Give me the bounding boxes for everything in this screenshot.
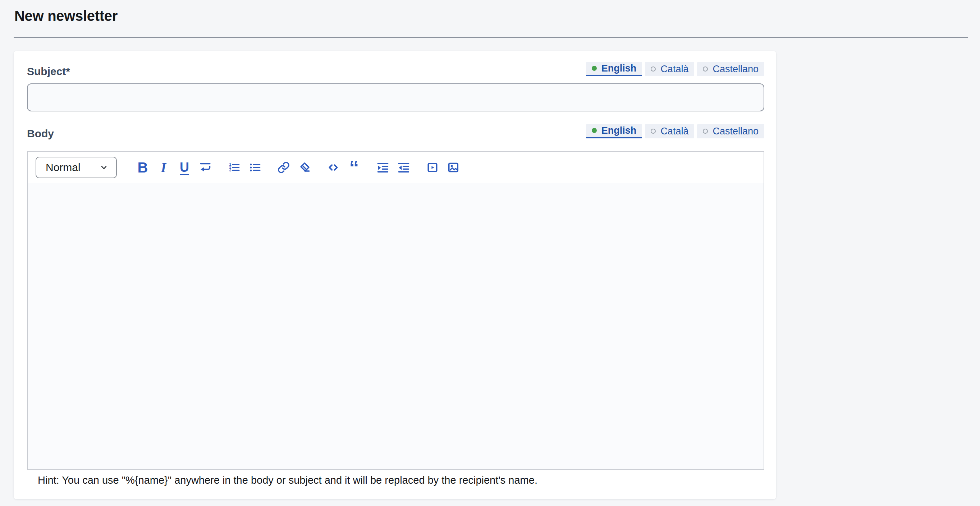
clear-format-icon	[298, 161, 311, 174]
radio-unselected-icon	[651, 128, 656, 134]
indent-icon	[376, 161, 389, 174]
line-break-button[interactable]	[199, 159, 212, 176]
line-break-icon	[199, 161, 212, 174]
newsletter-form-card: Subject* English Català Castellano Body …	[14, 51, 776, 499]
language-switcher-body: English Català Castellano	[586, 124, 764, 138]
code-button[interactable]	[327, 159, 340, 176]
outdent-button[interactable]	[397, 159, 410, 176]
language-option-castellano[interactable]: Castellano	[697, 62, 764, 76]
language-option-catala[interactable]: Català	[645, 124, 694, 138]
language-label: English	[601, 63, 637, 74]
svg-text:3: 3	[229, 168, 232, 172]
image-icon	[447, 161, 460, 174]
bold-button[interactable]: B	[136, 159, 149, 176]
language-option-castellano[interactable]: Castellano	[697, 124, 764, 138]
language-option-english[interactable]: English	[586, 62, 643, 76]
language-switcher-subject: English Català Castellano	[586, 62, 764, 76]
bullet-list-icon	[248, 161, 261, 174]
subject-input[interactable]	[27, 83, 764, 111]
language-option-catala[interactable]: Català	[645, 62, 694, 76]
video-icon	[426, 161, 439, 174]
language-label: English	[601, 125, 637, 136]
editor-toolbar: Normal B I U	[28, 152, 764, 183]
page-title: New newsletter	[14, 8, 968, 24]
bullet-list-button[interactable]	[248, 159, 261, 176]
language-label: Castellano	[713, 126, 759, 137]
language-option-english[interactable]: English	[586, 124, 643, 138]
radio-unselected-icon	[703, 67, 708, 71]
body-editor: Normal B I U	[27, 151, 764, 470]
language-label: Català	[660, 63, 689, 75]
page-header: New newsletter	[0, 0, 980, 24]
link-icon	[277, 161, 290, 174]
code-icon	[327, 161, 340, 174]
format-dropdown-label: Normal	[46, 161, 81, 174]
body-editor-content[interactable]	[28, 183, 764, 470]
blockquote-button[interactable]: “	[348, 159, 361, 176]
body-field-header: Body English Català Castellano	[27, 124, 764, 140]
underline-icon: U	[180, 161, 189, 174]
video-button[interactable]	[426, 159, 439, 176]
body-label: Body	[27, 124, 54, 140]
svg-text:“: “	[350, 161, 359, 174]
link-button[interactable]	[277, 159, 290, 176]
language-label: Català	[660, 126, 689, 137]
radio-unselected-icon	[703, 128, 708, 134]
ordered-list-button[interactable]: 1 2 3	[228, 159, 240, 176]
language-label: Castellano	[713, 63, 759, 75]
italic-icon: I	[161, 161, 167, 174]
radio-unselected-icon	[651, 67, 656, 71]
format-dropdown[interactable]: Normal	[36, 157, 117, 178]
ordered-list-icon: 1 2 3	[228, 161, 240, 174]
radio-selected-icon	[592, 66, 597, 71]
hint-text: Hint: You can use "%{name}" anywhere in …	[38, 475, 764, 485]
chevron-down-icon	[100, 163, 108, 172]
clear-format-button[interactable]	[298, 159, 311, 176]
subject-field-header: Subject* English Català Castellano	[27, 62, 764, 78]
subject-label: Subject*	[27, 62, 70, 78]
radio-selected-icon	[592, 128, 597, 133]
header-divider	[14, 37, 968, 38]
bold-icon: B	[138, 160, 148, 174]
indent-button[interactable]	[376, 159, 389, 176]
blockquote-icon: “	[348, 161, 361, 174]
image-button[interactable]	[447, 159, 460, 176]
underline-button[interactable]: U	[178, 159, 191, 176]
outdent-icon	[397, 161, 410, 174]
italic-button[interactable]: I	[157, 159, 170, 176]
